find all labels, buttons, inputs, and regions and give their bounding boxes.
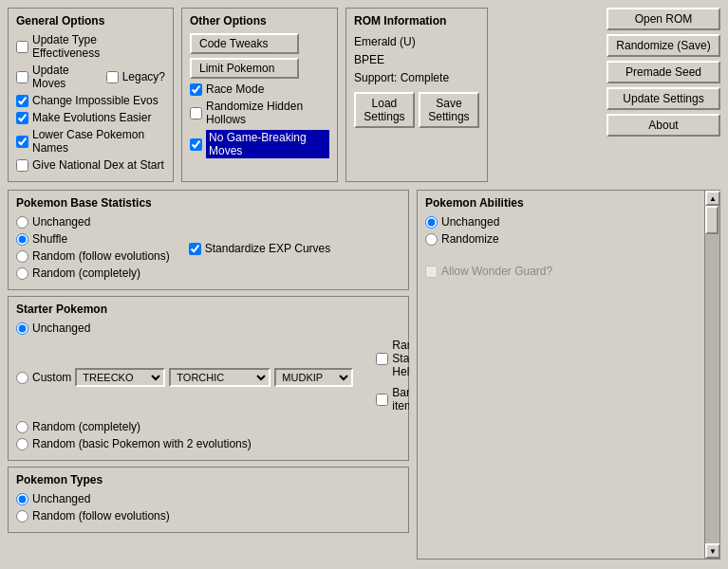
starter-custom-radio[interactable] [16,372,28,384]
base-statistics-options: Unchanged Shuffle Random (follow evoluti… [16,215,170,284]
scrollbar-up-arrow[interactable]: ▲ [705,191,720,206]
base-random-completely-radio[interactable] [16,267,28,280]
race-mode-label: Race Mode [206,83,264,96]
change-impossible-checkbox[interactable] [16,95,28,107]
base-unchanged-label: Unchanged [32,215,90,229]
abilities-randomize-label: Randomize [441,232,499,246]
starter-extras: Randomize Starter Held Items Ban bad ite… [376,339,409,416]
randomize-hollows-label: Randomize Hidden Hollows [206,100,329,126]
no-game-breaking-checkbox[interactable] [190,138,202,151]
base-random-follow-row: Random (follow evolutions) [16,249,170,263]
make-evolutions-row: Make Evolutions Easier [16,111,165,124]
rom-support: Support: Complete [354,69,479,87]
wonder-guard-label: Allow Wonder Guard? [441,265,552,278]
rom-info-title: ROM Information [354,14,479,28]
randomize-save-button[interactable]: Randomize (Save) [607,34,720,57]
standardize-exp-checkbox[interactable] [189,243,201,255]
standardize-exp-row: Standardize EXP Curves [189,242,331,255]
wonder-guard-checkbox[interactable] [425,266,438,278]
lower-case-label: Lower Case Pokemon Names [32,128,165,155]
lower-case-checkbox[interactable] [16,136,28,148]
change-impossible-row: Change Impossible Evos [16,94,165,107]
base-shuffle-label: Shuffle [32,232,67,246]
abilities-unchanged-label: Unchanged [441,215,499,229]
code-tweaks-button[interactable]: Code Tweaks [190,33,299,54]
starter-custom-label: Custom [32,371,71,384]
randomize-held-label: Randomize Starter Held Items [392,339,409,378]
starter-random-completely-radio[interactable] [16,421,28,433]
legacy-label: Legacy? [122,70,165,83]
national-dex-row: Give National Dex at Start [16,158,165,172]
base-random-follow-radio[interactable] [16,250,28,263]
starter-random-basic-radio[interactable] [16,438,28,450]
starter-1-select[interactable]: TREECKO BULBASAUR [75,368,165,387]
base-statistics-section: Pokemon Base Statistics Unchanged Shuffl… [8,190,409,290]
starter-2-select[interactable]: TORCHIC CHARMANDER [169,368,271,387]
action-buttons-panel: Open ROM Randomize (Save) Premade Seed U… [607,8,720,182]
abilities-randomize-radio[interactable] [425,233,438,246]
update-moves-row: Update Moves Legacy? [16,64,165,90]
general-options-title: General Options [16,14,165,28]
abilities-title: Pokemon Abilities [425,196,697,210]
open-rom-button[interactable]: Open ROM [607,8,720,30]
base-shuffle-radio[interactable] [16,233,28,246]
pokemon-types-section: Pokemon Types Unchanged Random (follow e… [8,467,409,533]
types-random-follow-row: Random (follow evolutions) [16,509,401,523]
update-type-checkbox[interactable] [16,41,28,53]
starter-unchanged-radio[interactable] [16,322,28,335]
starter-random-completely-label: Random (completely) [32,420,140,433]
randomize-held-checkbox[interactable] [376,353,388,365]
make-evolutions-checkbox[interactable] [16,112,28,124]
starter-3-select[interactable]: MUDKIP SQUIRTLE [274,368,353,387]
rom-name: Emerald (U) [354,33,479,51]
starter-unchanged-label: Unchanged [32,321,90,335]
starter-pokemon-title: Starter Pokemon [16,303,401,316]
national-dex-checkbox[interactable] [16,159,28,172]
update-moves-checkbox[interactable] [16,71,28,83]
legacy-checkbox[interactable] [106,71,119,83]
randomize-hollows-checkbox[interactable] [190,107,202,119]
general-options-panel: General Options Update Type Effectivenes… [8,8,174,182]
pokemon-types-title: Pokemon Types [16,473,401,486]
base-random-completely-label: Random (completely) [32,266,140,280]
left-panel: Pokemon Base Statistics Unchanged Shuffl… [8,190,409,560]
rom-info-panel: ROM Information Emerald (U) BPEE Support… [345,8,488,182]
types-random-follow-label: Random (follow evolutions) [32,509,170,523]
base-statistics-title: Pokemon Base Statistics [16,196,401,210]
base-random-follow-label: Random (follow evolutions) [32,249,170,263]
scrollbar-down-arrow[interactable]: ▼ [705,543,720,559]
starter-unchanged-row: Unchanged [16,321,401,335]
base-shuffle-row: Shuffle [16,232,170,246]
standardize-exp-label: Standardize EXP Curves [205,242,331,255]
types-unchanged-label: Unchanged [32,492,90,505]
starter-random-completely-row: Random (completely) [16,420,401,433]
types-unchanged-radio[interactable] [16,493,28,505]
base-unchanged-radio[interactable] [16,216,28,229]
national-dex-label: Give National Dex at Start [32,158,164,172]
race-mode-checkbox[interactable] [190,83,202,96]
base-unchanged-row: Unchanged [16,215,170,229]
starter-custom-row: Custom TREECKO BULBASAUR TORCHIC CHARMAN… [16,339,401,416]
types-random-follow-radio[interactable] [16,510,28,523]
save-settings-button[interactable]: Save Settings [419,92,479,128]
load-settings-button[interactable]: Load Settings [354,92,415,128]
race-mode-row: Race Mode [190,83,329,96]
abilities-unchanged-radio[interactable] [425,216,438,229]
abilities-wrapper: Pokemon Abilities Unchanged Randomize Al… [417,190,720,560]
base-statistics-right: Standardize EXP Curves [189,215,331,284]
update-settings-button[interactable]: Update Settings [607,87,720,110]
starter-random-basic-row: Random (basic Pokemon with 2 evolutions) [16,437,401,450]
update-type-row: Update Type Effectiveness [16,33,165,60]
starter-pokemon-section: Starter Pokemon Unchanged Custom TREECKO… [8,296,409,461]
other-options-title: Other Options [190,14,329,28]
update-type-label: Update Type Effectiveness [32,33,165,60]
scrollbar-thumb[interactable] [705,206,719,234]
limit-pokemon-button[interactable]: Limit Pokemon [190,58,299,79]
right-panel: Pokemon Abilities Unchanged Randomize Al… [417,190,720,560]
premade-seed-button[interactable]: Premade Seed [607,61,720,83]
ban-bad-label: Ban bad items? [392,386,409,413]
starter-random-basic-label: Random (basic Pokemon with 2 evolutions) [32,437,252,450]
about-button[interactable]: About [607,114,720,137]
ban-bad-row: Ban bad items? [376,386,409,413]
ban-bad-checkbox[interactable] [376,394,388,406]
